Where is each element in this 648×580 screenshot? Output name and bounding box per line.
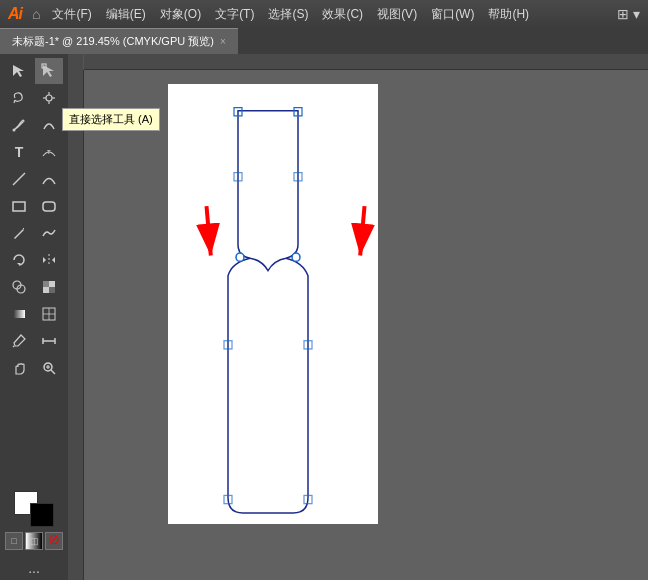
svg-marker-17 [43,257,46,263]
rounded-rect-button[interactable] [35,193,63,219]
smooth-tool-button[interactable] [35,220,63,246]
svg-line-14 [23,228,24,229]
menu-edit[interactable]: 编辑(E) [100,4,152,25]
menu-object[interactable]: 对象(O) [154,4,207,25]
mesh-tool-button[interactable] [35,301,63,327]
svg-rect-13 [43,202,55,211]
layout-icon[interactable]: ⊞ ▾ [617,6,640,22]
svg-line-34 [51,370,55,374]
tab-close-button[interactable]: × [220,36,226,47]
curvature-tool-button[interactable] [35,112,63,138]
home-icon[interactable]: ⌂ [32,6,40,22]
menu-text[interactable]: 文字(T) [209,4,260,25]
tool-row-5 [0,166,68,192]
tool-row-8 [0,247,68,273]
canvas-area[interactable]: 50 100 150 200 250 300 350 400 [68,54,648,580]
measure-tool-button[interactable] [35,328,63,354]
tool-row-10 [0,301,68,327]
menu-help[interactable]: 帮助(H) [482,4,535,25]
svg-point-9 [13,129,16,132]
hand-tool-button[interactable] [5,355,33,381]
reflect-tool-button[interactable] [35,247,63,273]
rotate-tool-button[interactable] [5,247,33,273]
color-section: □ ◫ ⊘ [1,485,67,556]
menu-select[interactable]: 选择(S) [262,4,314,25]
artboard [168,84,378,524]
eyedropper-button[interactable] [5,328,33,354]
tool-row-11 [0,328,68,354]
tool-row-3 [0,112,68,138]
none-mode-icon[interactable]: ⊘ [45,532,63,550]
svg-line-29 [13,346,14,347]
toolbar: 直接选择工具 (A) [0,54,68,580]
ruler-horizontal: 50 100 150 200 250 300 350 400 [68,54,648,70]
svg-rect-12 [13,202,25,211]
type-tool-button[interactable]: T [5,139,33,165]
fill-stroke-indicator[interactable] [14,491,54,527]
svg-line-11 [13,173,25,185]
svg-rect-21 [43,281,49,287]
svg-point-8 [46,95,52,101]
pencil-tool-button[interactable] [5,220,33,246]
shape-builder-button[interactable] [5,274,33,300]
tab-bar: 未标题-1* @ 219.45% (CMYK/GPU 预览) × [0,28,648,54]
menu-bar: 文件(F) 编辑(E) 对象(O) 文字(T) 选择(S) 效果(C) 视图(V… [46,4,535,25]
svg-rect-22 [49,281,55,287]
menu-effect[interactable]: 效果(C) [316,4,369,25]
zoom-tool-button[interactable] [35,355,63,381]
color-mode-row: □ ◫ ⊘ [5,532,63,550]
menu-window[interactable]: 窗口(W) [425,4,480,25]
gradient-mode-icon[interactable]: ◫ [25,532,43,550]
tool-row-7 [0,220,68,246]
line-tool-button[interactable] [5,166,33,192]
tool-row-9 [0,274,68,300]
svg-marker-0 [13,65,24,77]
tool-row-4: T T [0,139,68,165]
menu-file[interactable]: 文件(F) [46,4,97,25]
tool-row-1 [0,58,68,84]
svg-rect-23 [43,287,49,293]
svg-marker-18 [52,257,55,263]
tool-row-2 [0,85,68,111]
live-paint-button[interactable] [35,274,63,300]
tool-row-12 [0,355,68,381]
magic-wand-button[interactable] [35,85,63,111]
active-tab[interactable]: 未标题-1* @ 219.45% (CMYK/GPU 预览) × [0,28,238,54]
select-tool-button[interactable] [5,58,33,84]
svg-line-3 [14,100,15,103]
ruler-vertical [68,70,84,580]
app-logo: Ai [8,5,22,23]
tab-label: 未标题-1* @ 219.45% (CMYK/GPU 预览) [12,34,214,49]
menu-view[interactable]: 视图(V) [371,4,423,25]
main-layout: 直接选择工具 (A) [0,54,648,580]
rect-tool-button[interactable] [5,193,33,219]
direct-select-tool-button[interactable] [35,58,63,84]
gradient-tool-button[interactable] [5,301,33,327]
svg-rect-24 [49,287,55,293]
arc-tool-button[interactable] [35,166,63,192]
title-bar: Ai ⌂ 文件(F) 编辑(E) 对象(O) 文字(T) 选择(S) 效果(C)… [0,0,648,28]
svg-marker-1 [43,65,54,77]
tool-row-6 [0,193,68,219]
color-mode-icon[interactable]: □ [5,532,23,550]
more-tools-button[interactable]: ... [28,560,40,576]
svg-rect-25 [13,310,25,318]
type-on-path-button[interactable]: T [35,139,63,165]
pen-tool-button[interactable] [5,112,33,138]
stroke-color-box[interactable] [30,503,54,527]
svg-text:T: T [47,149,51,155]
lasso-tool-button[interactable] [5,85,33,111]
